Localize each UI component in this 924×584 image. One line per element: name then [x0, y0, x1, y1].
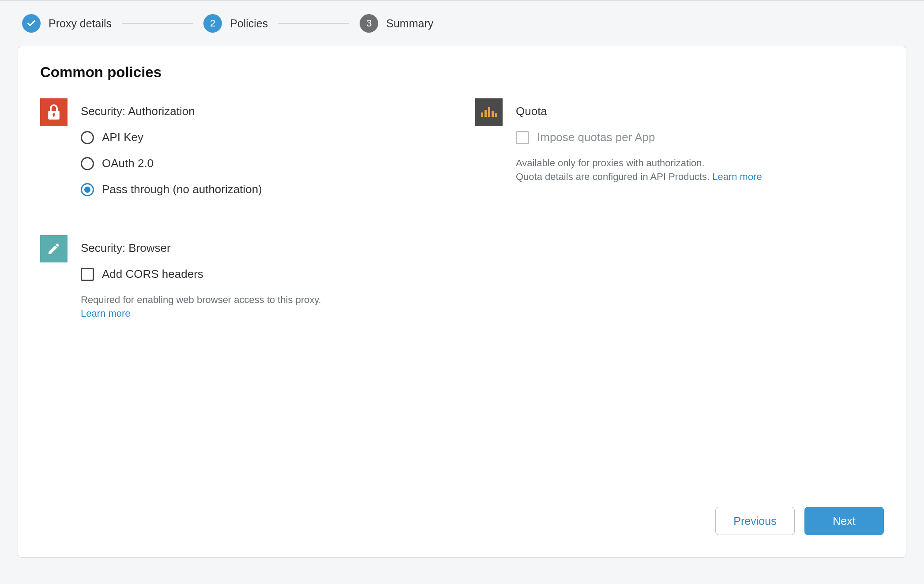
checkbox-add-cors[interactable]: Add CORS headers	[81, 267, 449, 281]
checkbox-impose-quotas: Impose quotas per App	[516, 131, 884, 144]
radio-api-key[interactable]: API Key	[81, 131, 449, 144]
step-summary[interactable]: 3 Summary	[360, 14, 433, 33]
help-text-line: Available only for proxies with authoriz…	[516, 157, 705, 168]
pencil-icon	[40, 235, 68, 262]
step-connector	[278, 23, 349, 24]
policies-card: Common policies Security: Autho	[18, 46, 906, 558]
step-number: 3	[360, 14, 378, 33]
checkmark-icon	[22, 14, 41, 33]
step-label: Policies	[230, 17, 268, 30]
radio-icon	[81, 157, 94, 170]
svg-rect-6	[492, 111, 494, 117]
checkbox-icon	[516, 131, 529, 144]
step-number: 2	[203, 14, 222, 33]
wizard-stepper: Proxy details 2 Policies 3 Summary	[22, 14, 906, 33]
step-proxy-details[interactable]: Proxy details	[22, 14, 112, 33]
checkbox-label: Add CORS headers	[102, 267, 203, 281]
help-text-line: Quota details are configured in API Prod…	[516, 171, 710, 182]
help-text: Available only for proxies with authoriz…	[516, 157, 781, 184]
checkbox-icon	[81, 268, 94, 281]
svg-rect-5	[488, 107, 490, 117]
learn-more-link[interactable]: Learn more	[712, 171, 762, 182]
step-policies[interactable]: 2 Policies	[203, 14, 268, 33]
section-title: Security: Browser	[81, 241, 449, 255]
svg-rect-7	[495, 113, 497, 117]
radio-label: Pass through (no authorization)	[102, 183, 262, 196]
step-label: Proxy details	[49, 17, 112, 30]
security-authorization-section: Security: Authorization API Key OAuth 2.…	[40, 98, 449, 209]
svg-rect-4	[485, 110, 487, 117]
svg-rect-2	[53, 115, 54, 117]
help-text: Required for enabling web browser access…	[81, 293, 346, 321]
footer-actions: Previous Next	[715, 507, 884, 535]
bar-chart-icon	[475, 98, 503, 126]
radio-label: API Key	[102, 131, 143, 144]
section-title: Security: Authorization	[81, 105, 449, 118]
radio-oauth[interactable]: OAuth 2.0	[81, 157, 449, 170]
quota-section: Quota Impose quotas per App Available on…	[475, 98, 884, 184]
radio-icon	[81, 131, 94, 144]
previous-button[interactable]: Previous	[715, 507, 795, 535]
svg-rect-3	[481, 112, 483, 117]
checkbox-label: Impose quotas per App	[537, 131, 655, 144]
lock-icon	[40, 98, 68, 126]
security-browser-section: Security: Browser Add CORS headers Requi…	[40, 235, 449, 321]
radio-label: OAuth 2.0	[102, 157, 154, 170]
section-title: Quota	[516, 105, 884, 118]
page-title: Common policies	[40, 64, 884, 81]
radio-icon	[81, 183, 94, 196]
step-label: Summary	[386, 17, 433, 30]
next-button[interactable]: Next	[804, 507, 884, 535]
learn-more-link[interactable]: Learn more	[81, 308, 131, 319]
help-text-line: Required for enabling web browser access…	[81, 294, 321, 305]
radio-pass-through[interactable]: Pass through (no authorization)	[81, 183, 449, 196]
step-connector	[122, 23, 193, 24]
